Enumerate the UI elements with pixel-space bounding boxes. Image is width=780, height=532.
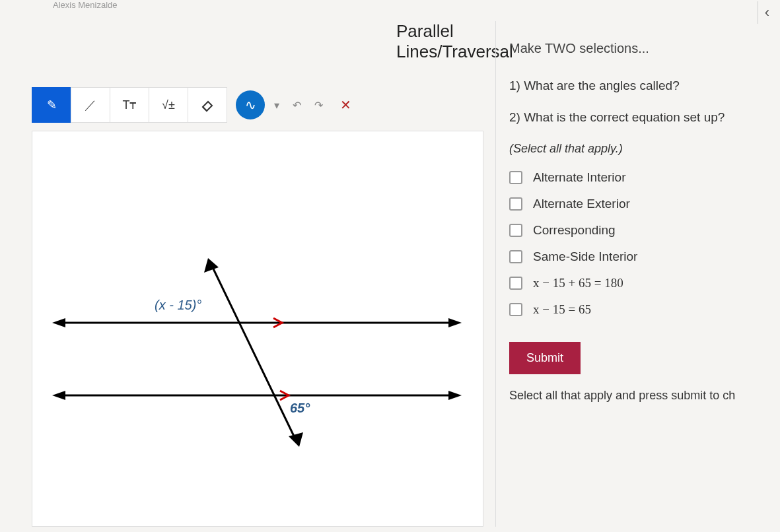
angle-label-top: (x - 15)° [155,298,201,313]
option-same-side-interior[interactable]: Same-Side Interior [509,249,773,264]
svg-marker-7 [204,258,219,273]
checkbox[interactable] [509,250,522,263]
option-equation-1[interactable]: x − 15 + 65 = 180 [509,276,773,290]
instruction-text: Make TWO selections... [509,41,773,56]
drawing-canvas[interactable]: (x - 15)° 65° [32,131,483,527]
redo-button[interactable]: ↷ [314,99,323,112]
option-equation-2[interactable]: x − 15 = 65 [509,302,773,317]
page-title: Parallel Lines/Traversal [396,21,489,62]
checkbox[interactable] [509,224,522,237]
close-button[interactable]: ✕ [340,97,351,113]
option-label: Alternate Exterior [533,197,630,211]
checkbox[interactable] [509,171,522,184]
math-tool[interactable]: √± [149,87,188,123]
pen-tool[interactable]: ✎ [32,87,71,123]
eraser-icon [200,98,215,112]
checkbox[interactable] [509,197,522,211]
svg-marker-8 [289,432,303,447]
angle-label-bottom: 65° [290,401,310,416]
option-label: Corresponding [533,223,616,238]
svg-line-6 [211,263,297,442]
line-tool[interactable]: ／ [71,87,110,123]
toolbar: ✎ ／ Tᴛ √± ∿ ▾ ↶ ↷ ✕ [26,87,489,123]
option-label: Same-Side Interior [533,249,637,264]
hint-text: (Select all that apply.) [509,142,623,155]
question-1: 1) What are the angles called? [509,79,773,93]
prev-button[interactable]: ‹ [758,1,776,24]
checkbox[interactable] [509,277,522,290]
svg-marker-1 [52,318,65,327]
submit-button[interactable]: Submit [509,342,581,374]
option-corresponding[interactable]: Corresponding [509,223,773,238]
student-name: Alexis Menizalde [53,0,118,10]
dropdown-icon[interactable]: ▾ [274,99,279,112]
text-tool[interactable]: Tᴛ [110,87,149,123]
footer-text: Select all that apply and press submit t… [509,389,773,403]
svg-marker-2 [448,318,462,327]
svg-marker-5 [448,391,462,400]
option-label: x − 15 = 65 [533,302,591,317]
svg-marker-4 [52,391,65,400]
option-label: x − 15 + 65 = 180 [533,276,623,290]
option-alternate-exterior[interactable]: Alternate Exterior [509,197,773,211]
checkbox[interactable] [509,303,522,316]
option-alternate-interior[interactable]: Alternate Interior [509,170,773,185]
question-panel: Make TWO selections... 1) What are the a… [495,21,780,527]
option-label: Alternate Interior [533,170,625,185]
question-2: 2) What is the correct equation set up? [509,110,773,125]
eraser-tool[interactable] [188,87,227,123]
scribble-tool[interactable]: ∿ [236,90,265,119]
undo-button[interactable]: ↶ [293,99,301,112]
